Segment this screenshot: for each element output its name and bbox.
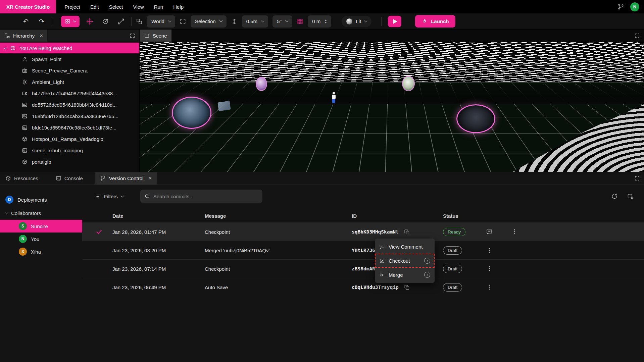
redo-button[interactable]: ↷ <box>36 16 47 27</box>
context-menu-item[interactable]: Checkout i <box>375 254 435 268</box>
row-actions-button[interactable] <box>484 245 495 256</box>
chevron-down-icon <box>364 19 367 22</box>
menu-item[interactable]: Run <box>149 4 168 10</box>
sidebar-item-deployments[interactable]: D Deployments <box>0 193 82 206</box>
row-actions-button[interactable] <box>509 226 520 238</box>
context-menu-item[interactable]: View Comment <box>375 240 435 254</box>
step-down-icon[interactable]: ▼ <box>325 21 327 24</box>
step-up-icon[interactable]: ▲ <box>325 19 327 21</box>
filter-icon <box>95 194 101 199</box>
hierarchy-item[interactable]: Spawn_Point <box>0 53 139 65</box>
commit-row[interactable]: Jan 28, 2026, 01:47 PM Checkpoint sqBhKD… <box>82 222 644 241</box>
hierarchy-item[interactable]: b477fee1c7fa494087259df4f443e38... <box>0 88 139 99</box>
portal-object-left[interactable] <box>172 97 211 129</box>
hierarchy-item[interactable]: bfdc19cd6596470c98fee3eb1df73fe... <box>0 122 139 133</box>
expand-bottom-panel-icon[interactable] <box>634 175 640 181</box>
search-box[interactable] <box>140 190 262 203</box>
move-snap-dropdown[interactable]: 0.5m <box>242 15 268 28</box>
status-badge: Ready <box>443 228 465 236</box>
commit-row[interactable]: Jan 23, 2026, 06:49 PM Auto Save cBqLVHd… <box>82 278 644 296</box>
scale-tool-button[interactable] <box>115 16 127 27</box>
sidebar-group-collaborators[interactable]: Collaborators <box>0 206 82 220</box>
chevron-down-icon[interactable] <box>4 46 7 49</box>
context-menu-item[interactable]: Merge i <box>375 268 435 282</box>
collaborator-item[interactable]: S Suncire <box>0 220 82 232</box>
hierarchy-item[interactable]: Scene_Preview_Camera <box>0 65 139 76</box>
close-icon[interactable]: × <box>148 175 152 181</box>
row-actions-button[interactable] <box>484 263 495 274</box>
search-commits-input[interactable] <box>153 194 258 199</box>
menu-item[interactable]: Edit <box>85 4 104 10</box>
tab-console[interactable]: Console <box>50 172 88 185</box>
rotate-tool-button[interactable] <box>100 16 111 27</box>
play-button[interactable] <box>388 16 401 27</box>
tab-scene[interactable]: Scene <box>140 30 171 42</box>
rotate-snap-dropdown[interactable]: 5° <box>273 15 292 28</box>
grid-height-stepper[interactable]: 0 m ▲ ▼ <box>308 15 331 28</box>
menu-item[interactable]: Select <box>104 4 128 10</box>
hierarchy-item[interactable]: 168bf63d124b44cab345a38336e765... <box>0 110 139 122</box>
stepper-arrows[interactable]: ▲ ▼ <box>325 19 327 24</box>
avatar-figure[interactable] <box>331 92 336 103</box>
chevron-down-icon <box>5 211 8 214</box>
snap-move-icon[interactable] <box>231 18 238 25</box>
comment-button[interactable] <box>484 226 495 238</box>
hierarchy-item[interactable]: Hotspot_01_Rampa_Vedadoglb <box>0 133 139 145</box>
collaborator-item[interactable]: X Xiha <box>0 245 82 258</box>
move-tool-button[interactable] <box>84 16 95 27</box>
user-avatar[interactable]: N <box>630 2 639 11</box>
hierarchy-root-item[interactable]: You Are Being Watched <box>0 43 139 53</box>
world-space-dropdown[interactable]: World <box>147 15 175 28</box>
copy-id-icon[interactable] <box>404 285 410 290</box>
merge-icon <box>379 272 385 278</box>
row-actions-button[interactable] <box>484 281 495 293</box>
tab-resources[interactable]: Resources <box>0 172 44 185</box>
context-menu-item-label: View Comment <box>389 244 423 250</box>
menu-item[interactable]: Help <box>168 4 189 10</box>
hierarchy-item[interactable]: portalglb <box>0 156 139 167</box>
status-badge: Draft <box>443 265 462 273</box>
version-control-icon[interactable] <box>617 3 624 10</box>
undo-button[interactable]: ↶ <box>20 16 32 27</box>
tab-version-control[interactable]: Version Control × <box>95 172 157 185</box>
hierarchy-item[interactable]: Ambient_Light <box>0 76 139 88</box>
rotate-icon <box>102 18 109 25</box>
info-icon[interactable]: i <box>424 258 430 264</box>
info-icon[interactable]: i <box>424 272 430 278</box>
scene-canvas[interactable] <box>140 42 644 172</box>
tab-hierarchy[interactable]: Hierarchy × <box>0 30 47 42</box>
world-space-value: World <box>151 18 164 24</box>
focus-selection-icon[interactable] <box>180 18 186 25</box>
collaborator-item[interactable]: N You <box>0 232 82 245</box>
copy-id-icon[interactable] <box>404 229 410 235</box>
expand-viewport-icon[interactable] <box>634 33 640 39</box>
menu-item[interactable]: View <box>128 4 149 10</box>
commit-settings-icon[interactable] <box>627 193 634 200</box>
expand-panel-icon[interactable] <box>130 33 135 39</box>
commit-row[interactable]: Jan 23, 2026, 08:20 PM Merged 'uub7j0NiB… <box>82 241 644 259</box>
portal-object-right[interactable] <box>456 104 495 133</box>
render-mode-dropdown[interactable]: Lit <box>342 16 371 27</box>
orb-object-left[interactable] <box>256 77 267 91</box>
tab-version-control-label: Version Control <box>109 175 144 181</box>
close-icon[interactable]: × <box>40 33 43 39</box>
hierarchy-item-label: Spawn_Point <box>32 56 61 62</box>
selection-mode-dropdown[interactable]: Selection <box>191 15 227 28</box>
commit-message: Merged 'uub7j0NiB52T0AQv' <box>205 248 352 253</box>
header-date: Date <box>112 213 205 219</box>
scene-settings-gear-icon[interactable] <box>632 48 639 55</box>
filters-button[interactable]: Filters <box>95 194 123 199</box>
launch-button[interactable]: Launch <box>415 15 455 28</box>
hierarchy-item[interactable]: scene_xrhub_mainpng <box>0 145 139 156</box>
orb-object-right[interactable] <box>402 76 415 91</box>
menu-item[interactable]: Project <box>59 4 85 10</box>
render-mode-value: Lit <box>356 18 361 24</box>
space-toggle-icon[interactable] <box>136 18 143 25</box>
commit-date: Jan 23, 2026, 06:49 PM <box>112 285 205 290</box>
commit-row[interactable]: Jan 23, 2026, 07:14 PM Checkpoint zBS8dm… <box>82 259 644 278</box>
layout-button[interactable] <box>61 16 80 27</box>
grid-snap-icon[interactable] <box>297 18 303 25</box>
floating-image-object[interactable] <box>218 101 231 111</box>
refresh-icon[interactable] <box>611 193 618 200</box>
hierarchy-item[interactable]: de55726dcd0546189bbf43fc84d10d... <box>0 99 139 110</box>
